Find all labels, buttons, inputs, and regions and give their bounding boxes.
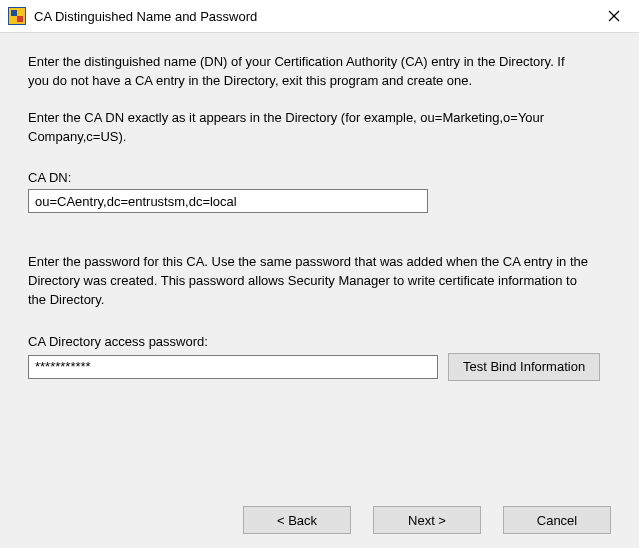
title-bar: CA Distinguished Name and Password — [0, 0, 639, 32]
close-button[interactable] — [591, 1, 637, 31]
wizard-buttons: < Back Next > Cancel — [28, 484, 611, 534]
close-icon — [608, 10, 620, 22]
ca-password-label: CA Directory access password: — [28, 334, 611, 349]
ca-password-input[interactable] — [28, 355, 438, 379]
next-button[interactable]: Next > — [373, 506, 481, 534]
password-instruction-text: Enter the password for this CA. Use the … — [28, 253, 588, 310]
dialog-window: CA Distinguished Name and Password Enter… — [0, 0, 639, 548]
dialog-body: Enter the distinguished name (DN) of you… — [0, 32, 639, 548]
back-button[interactable]: < Back — [243, 506, 351, 534]
ca-dn-input[interactable] — [28, 189, 428, 213]
ca-dn-label: CA DN: — [28, 170, 611, 185]
password-row: Test Bind Information — [28, 353, 611, 381]
instruction-text-2: Enter the CA DN exactly as it appears in… — [28, 109, 588, 147]
instruction-text-1: Enter the distinguished name (DN) of you… — [28, 53, 588, 91]
test-bind-button[interactable]: Test Bind Information — [448, 353, 600, 381]
window-title: CA Distinguished Name and Password — [34, 9, 591, 24]
cancel-button[interactable]: Cancel — [503, 506, 611, 534]
app-icon — [8, 7, 26, 25]
